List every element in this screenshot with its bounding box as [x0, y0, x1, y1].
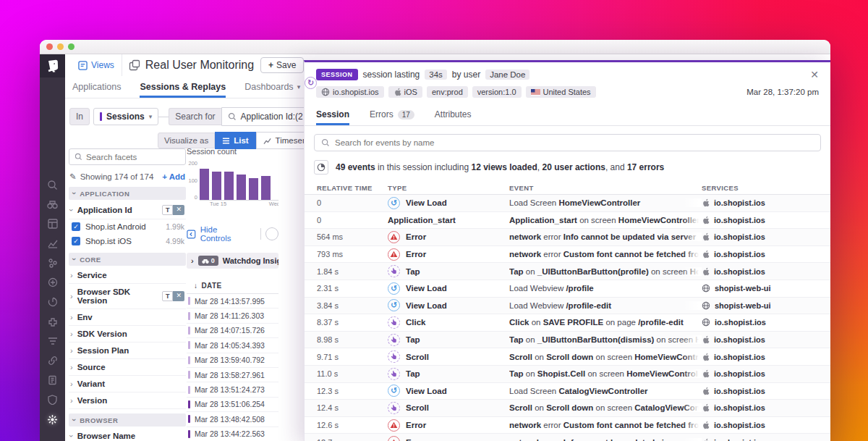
- save-button[interactable]: + Save: [260, 57, 304, 73]
- event-service[interactable]: io.shopist.ios: [702, 353, 823, 361]
- watchdog-icon[interactable]: [47, 198, 59, 210]
- connections-icon[interactable]: [47, 355, 59, 366]
- event-service[interactable]: io.shopist.ios: [702, 421, 823, 429]
- facet-browser-sdk-version[interactable]: ›Browser SDK VersionT✕: [69, 284, 186, 309]
- drawer-tab-errors[interactable]: Errors17: [370, 105, 414, 125]
- event-row[interactable]: 3.84 s↺View LoadLoad Webview /profile-ed…: [305, 298, 830, 315]
- tag-version-1-0[interactable]: version:1.0: [472, 86, 522, 98]
- facet-search-input[interactable]: [86, 153, 166, 161]
- facet-variant[interactable]: ›Variant: [69, 376, 186, 392]
- logs-icon[interactable]: [47, 374, 59, 386]
- checkbox-checked-icon[interactable]: ✓: [72, 237, 80, 245]
- facet-sdk-version[interactable]: ›SDK Version: [69, 326, 186, 343]
- facet-source[interactable]: ›Source: [69, 359, 186, 376]
- event-search-input[interactable]: [335, 138, 814, 147]
- session-user[interactable]: Jane Doe: [485, 70, 529, 80]
- search-icon[interactable]: [47, 179, 59, 190]
- event-row[interactable]: 12.4 sScrollScroll on Scroll down on scr…: [305, 400, 830, 417]
- tab-dashboards[interactable]: Dashboards▾: [244, 82, 300, 98]
- session-date-row[interactable]: Mar 28 13:51:24.273: [187, 382, 278, 397]
- event-row[interactable]: 793 msErrornetwork error Custom font can…: [305, 246, 830, 264]
- facet-value-row[interactable]: ✓Shop.ist Android1.99k: [69, 219, 186, 234]
- facet-env[interactable]: ›Env: [69, 309, 186, 326]
- apm-icon[interactable]: [47, 257, 59, 269]
- facet-value-row[interactable]: ✓Shop.ist iOS4.99k: [69, 234, 186, 248]
- tag-united-states[interactable]: United States: [526, 86, 596, 98]
- event-row[interactable]: 0↺View LoadLoad Screen HomeViewControlle…: [305, 195, 830, 212]
- event-service[interactable]: shopist-web-ui: [702, 301, 823, 310]
- event-row[interactable]: 2.31 s↺View LoadLoad Webview /profilesho…: [305, 280, 830, 298]
- session-date-row[interactable]: Mar 28 14:07:15.726: [187, 324, 278, 338]
- rum-icon[interactable]: [47, 413, 59, 425]
- security-icon[interactable]: [47, 394, 59, 406]
- integrations-icon[interactable]: [47, 316, 59, 327]
- event-service[interactable]: io.shopist.ios: [702, 250, 823, 259]
- tag-io-shopist-ios[interactable]: io.shopist.ios: [316, 86, 384, 98]
- event-row[interactable]: 12.6 sErrornetwork error Custom font can…: [305, 417, 830, 434]
- event-service[interactable]: io.shopist.ios: [702, 387, 823, 395]
- facet-remove-button[interactable]: ✕: [173, 291, 184, 301]
- views-button[interactable]: Views: [71, 54, 122, 76]
- session-date-row[interactable]: Mar 28 14:13:57.995: [187, 294, 278, 308]
- event-service[interactable]: io.shopist.ios: [702, 335, 823, 344]
- session-date-row[interactable]: Mar 28 13:48:42.508: [187, 412, 278, 427]
- date-column-header[interactable]: ↓ DATE: [187, 276, 278, 294]
- event-row[interactable]: 9.71 sScrollScroll on Scroll down on scr…: [305, 348, 830, 366]
- tab-applications[interactable]: Applications: [72, 82, 121, 98]
- session-duration[interactable]: 34s: [425, 70, 447, 80]
- synthetics-icon[interactable]: [47, 277, 59, 288]
- dashboards-icon[interactable]: [47, 218, 59, 230]
- event-service[interactable]: io.shopist.ios: [702, 198, 823, 207]
- event-row[interactable]: 12.3 s↺View LoadLoad Screen CatalogViewC…: [305, 383, 830, 400]
- session-date-row[interactable]: Mar 28 14:11:26.303: [187, 308, 278, 323]
- event-row[interactable]: 8.98 sTapTap on _UIButtonBarButton(dismi…: [305, 332, 830, 349]
- column-header-relative-time[interactable]: RELATIVE TIME: [317, 184, 388, 192]
- event-row[interactable]: 564 msErrornetwork error Info cannot be …: [305, 229, 830, 246]
- column-header-services[interactable]: SERVICES: [702, 184, 823, 192]
- scope-dropdown[interactable]: Sessions ▾: [93, 108, 158, 125]
- tag-ios[interactable]: iOS: [388, 86, 422, 98]
- chart-bar[interactable]: [237, 175, 246, 200]
- metrics-icon[interactable]: [47, 238, 59, 249]
- facet-group-application[interactable]: ›APPLICATION: [69, 187, 186, 200]
- session-date-row[interactable]: Mar 28 13:51:06.254: [187, 398, 278, 412]
- event-row[interactable]: 8.37 sClickClick on SAVE PROFILE on page…: [305, 314, 830, 332]
- tab-sessions-replays[interactable]: Sessions & Replays: [140, 82, 226, 98]
- session-date-row[interactable]: Mar 28 13:58:27.961: [187, 368, 278, 382]
- drawer-tab-session[interactable]: Session: [316, 105, 349, 125]
- facet-application-id[interactable]: ›Application IdT✕: [69, 201, 186, 219]
- facet-filter-toggle[interactable]: T: [162, 205, 174, 215]
- facet-filter-toggle[interactable]: T: [162, 291, 174, 301]
- event-service[interactable]: io.shopist.ios: [702, 267, 823, 276]
- add-facet-button[interactable]: + Add: [162, 172, 185, 181]
- event-service[interactable]: shopist-web-ui: [702, 284, 823, 293]
- facet-group-browser[interactable]: ›BROWSER: [69, 413, 186, 427]
- datadog-logo[interactable]: [40, 54, 65, 77]
- clipped-control-button[interactable]: [265, 227, 278, 240]
- hide-controls-button[interactable]: Hide Controls: [200, 225, 250, 243]
- monitors-icon[interactable]: [47, 335, 59, 347]
- facet-service[interactable]: ›Service: [69, 267, 186, 284]
- chart-bar[interactable]: [200, 169, 209, 200]
- facet-version[interactable]: ›Version: [69, 392, 186, 409]
- session-date-row[interactable]: Mar 28 14:05:34.393: [187, 338, 278, 353]
- event-row[interactable]: 12.7 sErrornetwork error Info cannot be …: [305, 434, 830, 441]
- event-service[interactable]: io.shopist.ios: [702, 318, 823, 327]
- facet-remove-button[interactable]: ✕: [173, 205, 184, 215]
- chart-bar[interactable]: [212, 172, 221, 200]
- chart-bar[interactable]: [249, 178, 258, 200]
- event-service[interactable]: io.shopist.ios: [702, 216, 823, 224]
- session-date-row[interactable]: Mar 28 13:59:40.792: [187, 353, 278, 368]
- event-row[interactable]: 11.0 sTapTap on Shopist.Cell on screen H…: [305, 366, 830, 383]
- facet-group-core[interactable]: ›CORE: [69, 253, 186, 266]
- facet-search[interactable]: [69, 148, 186, 165]
- event-search[interactable]: [314, 134, 821, 151]
- event-service[interactable]: io.shopist.ios: [702, 403, 823, 412]
- checkbox-checked-icon[interactable]: ✓: [72, 222, 80, 231]
- event-row[interactable]: 0↻Application_startApplication_start on …: [305, 212, 830, 230]
- drawer-tab-attributes[interactable]: Attributes: [435, 105, 472, 125]
- facet-session-plan[interactable]: ›Session Plan: [69, 343, 186, 359]
- column-header-type[interactable]: TYPE: [388, 184, 509, 192]
- watchdog-insights-row[interactable]: › 0 Watchdog Insights: [187, 253, 278, 269]
- chart-bar[interactable]: [261, 176, 271, 200]
